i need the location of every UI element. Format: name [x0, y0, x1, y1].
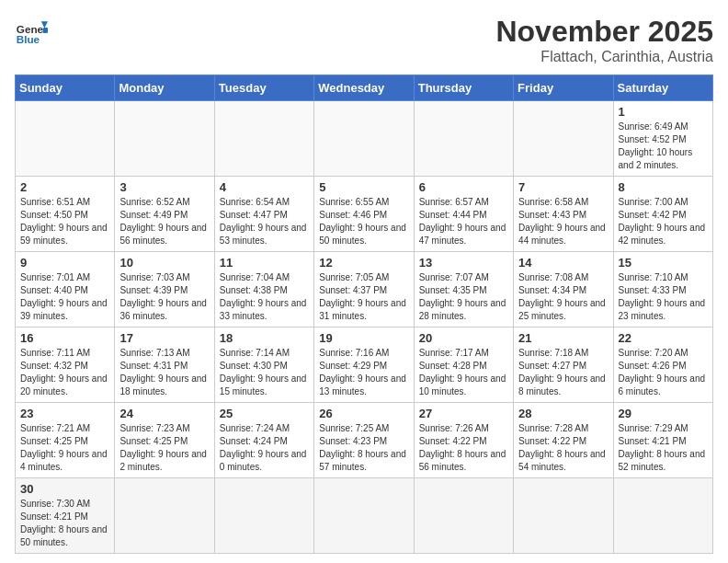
calendar-cell: 21Sunrise: 7:18 AM Sunset: 4:27 PM Dayli…: [514, 327, 613, 403]
day-info: Sunrise: 7:07 AM Sunset: 4:35 PM Dayligh…: [419, 271, 508, 323]
day-number: 11: [220, 256, 309, 270]
day-info: Sunrise: 6:49 AM Sunset: 4:52 PM Dayligh…: [619, 121, 708, 172]
calendar-cell: 2Sunrise: 6:51 AM Sunset: 4:50 PM Daylig…: [16, 177, 115, 252]
weekday-header-saturday: Saturday: [613, 75, 712, 101]
day-number: 28: [518, 407, 608, 420]
calendar-cell: [115, 101, 214, 177]
day-number: 29: [619, 407, 708, 420]
day-number: 12: [319, 256, 408, 270]
calendar-table: SundayMondayTuesdayWednesdayThursdayFrid…: [15, 75, 713, 554]
day-info: Sunrise: 7:28 AM Sunset: 4:22 PM Dayligh…: [518, 422, 608, 474]
day-info: Sunrise: 6:54 AM Sunset: 4:47 PM Dayligh…: [220, 196, 309, 247]
calendar-cell: [115, 478, 214, 554]
calendar-cell: [514, 478, 613, 554]
calendar-cell: [214, 478, 313, 554]
svg-marker-3: [43, 28, 48, 32]
calendar-cell: [314, 101, 414, 177]
day-number: 2: [20, 180, 109, 194]
calendar-cell: [514, 101, 613, 177]
day-number: 27: [419, 407, 508, 420]
day-info: Sunrise: 7:14 AM Sunset: 4:30 PM Dayligh…: [220, 347, 309, 398]
calendar-cell: 23Sunrise: 7:21 AM Sunset: 4:25 PM Dayli…: [16, 403, 115, 478]
calendar-cell: 17Sunrise: 7:13 AM Sunset: 4:31 PM Dayli…: [115, 327, 214, 403]
calendar-cell: 30Sunrise: 7:30 AM Sunset: 4:21 PM Dayli…: [16, 478, 115, 554]
calendar-cell: 6Sunrise: 6:57 AM Sunset: 4:44 PM Daylig…: [414, 177, 513, 252]
day-info: Sunrise: 7:18 AM Sunset: 4:27 PM Dayligh…: [518, 347, 608, 398]
calendar-cell: 11Sunrise: 7:04 AM Sunset: 4:38 PM Dayli…: [214, 252, 313, 327]
day-info: Sunrise: 7:25 AM Sunset: 4:23 PM Dayligh…: [319, 422, 408, 474]
day-info: Sunrise: 7:20 AM Sunset: 4:26 PM Dayligh…: [619, 347, 708, 398]
day-number: 7: [518, 180, 608, 194]
calendar-cell: [214, 101, 313, 177]
day-number: 17: [119, 331, 209, 345]
weekday-header-wednesday: Wednesday: [314, 75, 414, 101]
day-number: 19: [319, 331, 408, 345]
calendar-cell: 16Sunrise: 7:11 AM Sunset: 4:32 PM Dayli…: [16, 327, 115, 403]
day-number: 8: [619, 180, 708, 194]
calendar-cell: 9Sunrise: 7:01 AM Sunset: 4:40 PM Daylig…: [16, 252, 115, 327]
calendar-week-row: 9Sunrise: 7:01 AM Sunset: 4:40 PM Daylig…: [16, 252, 713, 327]
calendar-cell: 24Sunrise: 7:23 AM Sunset: 4:25 PM Dayli…: [115, 403, 214, 478]
day-info: Sunrise: 7:21 AM Sunset: 4:25 PM Dayligh…: [20, 422, 109, 474]
day-number: 22: [619, 331, 708, 345]
calendar-cell: 8Sunrise: 7:00 AM Sunset: 4:42 PM Daylig…: [613, 177, 712, 252]
day-info: Sunrise: 7:13 AM Sunset: 4:31 PM Dayligh…: [119, 347, 209, 398]
day-info: Sunrise: 6:57 AM Sunset: 4:44 PM Dayligh…: [419, 196, 508, 247]
day-number: 10: [119, 256, 209, 270]
day-number: 3: [119, 180, 209, 194]
day-info: Sunrise: 7:30 AM Sunset: 4:21 PM Dayligh…: [20, 498, 109, 549]
calendar-week-row: 1Sunrise: 6:49 AM Sunset: 4:52 PM Daylig…: [16, 101, 713, 177]
day-info: Sunrise: 7:29 AM Sunset: 4:21 PM Dayligh…: [619, 422, 708, 474]
day-number: 23: [20, 407, 109, 420]
day-number: 21: [518, 331, 608, 345]
day-info: Sunrise: 6:58 AM Sunset: 4:43 PM Dayligh…: [518, 196, 608, 247]
calendar-cell: [613, 478, 712, 554]
day-info: Sunrise: 6:52 AM Sunset: 4:49 PM Dayligh…: [119, 196, 209, 247]
calendar-cell: 15Sunrise: 7:10 AM Sunset: 4:33 PM Dayli…: [613, 252, 712, 327]
calendar-cell: 1Sunrise: 6:49 AM Sunset: 4:52 PM Daylig…: [613, 101, 712, 177]
day-info: Sunrise: 7:11 AM Sunset: 4:32 PM Dayligh…: [20, 347, 109, 398]
day-number: 6: [419, 180, 508, 194]
day-number: 30: [20, 482, 109, 496]
day-number: 20: [419, 331, 508, 345]
day-info: Sunrise: 7:05 AM Sunset: 4:37 PM Dayligh…: [319, 271, 408, 323]
day-info: Sunrise: 7:03 AM Sunset: 4:39 PM Dayligh…: [119, 271, 209, 323]
calendar-cell: [414, 478, 513, 554]
day-info: Sunrise: 7:16 AM Sunset: 4:29 PM Dayligh…: [319, 347, 408, 398]
calendar-cell: 12Sunrise: 7:05 AM Sunset: 4:37 PM Dayli…: [314, 252, 414, 327]
logo-icon: General Blue: [15, 15, 48, 48]
calendar-cell: [16, 101, 115, 177]
calendar-cell: 25Sunrise: 7:24 AM Sunset: 4:24 PM Dayli…: [214, 403, 313, 478]
calendar-cell: 18Sunrise: 7:14 AM Sunset: 4:30 PM Dayli…: [214, 327, 313, 403]
day-number: 15: [619, 256, 708, 270]
day-number: 14: [518, 256, 608, 270]
calendar-week-row: 2Sunrise: 6:51 AM Sunset: 4:50 PM Daylig…: [16, 177, 713, 252]
calendar-cell: [314, 478, 414, 554]
day-number: 24: [119, 407, 209, 420]
day-info: Sunrise: 7:26 AM Sunset: 4:22 PM Dayligh…: [419, 422, 508, 474]
weekday-header-friday: Friday: [514, 75, 613, 101]
calendar-week-row: 16Sunrise: 7:11 AM Sunset: 4:32 PM Dayli…: [16, 327, 713, 403]
calendar-cell: 28Sunrise: 7:28 AM Sunset: 4:22 PM Dayli…: [514, 403, 613, 478]
calendar-cell: 3Sunrise: 6:52 AM Sunset: 4:49 PM Daylig…: [115, 177, 214, 252]
day-info: Sunrise: 6:55 AM Sunset: 4:46 PM Dayligh…: [319, 196, 408, 247]
page-header: General Blue November 2025 Flattach, Car…: [15, 15, 713, 65]
day-info: Sunrise: 7:08 AM Sunset: 4:34 PM Dayligh…: [518, 271, 608, 323]
day-info: Sunrise: 6:51 AM Sunset: 4:50 PM Dayligh…: [20, 196, 109, 247]
weekday-header-monday: Monday: [115, 75, 214, 101]
weekday-header-tuesday: Tuesday: [214, 75, 313, 101]
calendar-cell: 27Sunrise: 7:26 AM Sunset: 4:22 PM Dayli…: [414, 403, 513, 478]
day-number: 13: [419, 256, 508, 270]
day-info: Sunrise: 7:10 AM Sunset: 4:33 PM Dayligh…: [619, 271, 708, 323]
day-info: Sunrise: 7:17 AM Sunset: 4:28 PM Dayligh…: [419, 347, 508, 398]
day-number: 4: [220, 180, 309, 194]
day-number: 26: [319, 407, 408, 420]
calendar-cell: 26Sunrise: 7:25 AM Sunset: 4:23 PM Dayli…: [314, 403, 414, 478]
weekday-header-row: SundayMondayTuesdayWednesdayThursdayFrid…: [16, 75, 713, 101]
calendar-week-row: 23Sunrise: 7:21 AM Sunset: 4:25 PM Dayli…: [16, 403, 713, 478]
day-number: 18: [220, 331, 309, 345]
day-number: 5: [319, 180, 408, 194]
day-info: Sunrise: 7:04 AM Sunset: 4:38 PM Dayligh…: [220, 271, 309, 323]
svg-text:Blue: Blue: [17, 33, 40, 45]
calendar-week-row: 30Sunrise: 7:30 AM Sunset: 4:21 PM Dayli…: [16, 478, 713, 554]
